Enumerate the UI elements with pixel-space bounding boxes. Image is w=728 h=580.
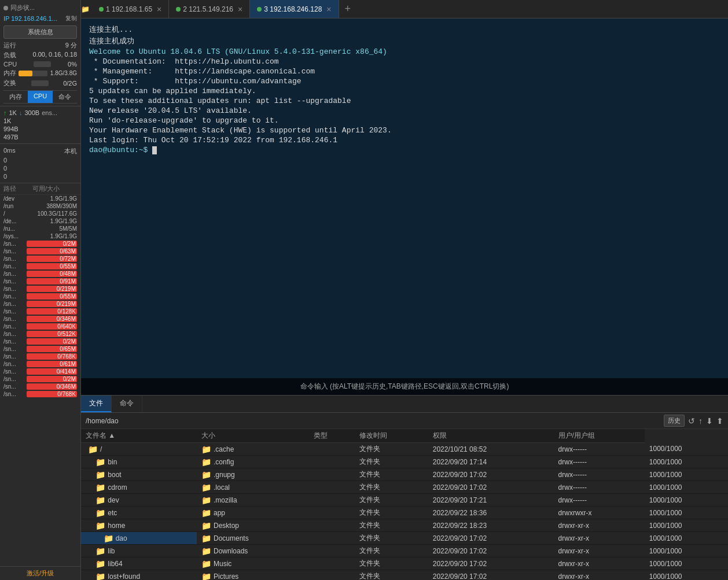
file-user-cell: 1000/1000	[645, 557, 728, 570]
disk-item[interactable]: /sn...0/346M	[0, 315, 80, 323]
download-button[interactable]: ⬇	[706, 416, 713, 426]
sync-label: 同步状...	[10, 3, 35, 12]
file-table: 文件名 ▲ 大小 类型 修改时间 权限 用户/用户组 📁/📁.cache文件夹2…	[81, 429, 728, 580]
sidebar-tab-cmd[interactable]: 命令	[53, 91, 77, 103]
disk-path: /dev	[3, 195, 27, 202]
disk-item[interactable]: /sn...0/55M	[0, 263, 80, 270]
sys-info-button[interactable]: 系统信息	[3, 25, 77, 39]
file-user-cell: 1000/1000	[645, 494, 728, 507]
col-filename[interactable]: 文件名 ▲	[81, 429, 197, 443]
terminal-line: 5 updates can be applied immediately.	[89, 87, 720, 95]
history-button[interactable]: 历史	[664, 415, 685, 427]
disk-item[interactable]: /sn...0/128K	[0, 308, 80, 315]
file-type-cell: 文件夹	[355, 481, 428, 494]
table-row[interactable]: 📁/📁.cache文件夹2022/10/21 08:52drwx------10…	[81, 443, 728, 456]
disk-item[interactable]: /sn...0/640K	[0, 323, 80, 330]
activate-button[interactable]: 激活/升级	[3, 569, 77, 578]
table-row[interactable]: 📁lib64📁Music文件夹2022/09/20 17:02drwxr-xr-…	[81, 557, 728, 570]
disk-item[interactable]: /sn...0/2M	[0, 240, 80, 247]
col-type[interactable]: 类型	[309, 429, 355, 443]
disk-avail: 5M/5M	[27, 226, 77, 232]
latency-val3: 0	[3, 173, 7, 180]
table-row[interactable]: 📁cdrom📁.local文件夹2022/09/20 17:02drwx----…	[81, 481, 728, 494]
tab-1[interactable]: 1 192.168.1.65 ×	[92, 0, 169, 18]
disk-path: /run	[3, 203, 27, 209]
disk-item[interactable]: /sn...0/91M	[0, 278, 80, 285]
sync-status: 同步状...	[3, 2, 77, 13]
latency-sublabel: 本机	[64, 147, 77, 156]
disk-item[interactable]: /sn...0/346M	[0, 383, 80, 390]
up-button[interactable]: ↑	[698, 416, 703, 426]
disk-item[interactable]: /sn...0/65M	[0, 345, 80, 353]
file-user-cell: 1000/1000	[645, 545, 728, 557]
file-size-cell	[309, 532, 355, 545]
col-perms[interactable]: 权限	[428, 429, 554, 443]
copy-button[interactable]: 复制	[65, 14, 77, 23]
disk-item[interactable]: /sn...0/55M	[0, 293, 80, 300]
tab-2-close[interactable]: ×	[238, 5, 242, 14]
disk-item[interactable]: /ru...5M/5M	[0, 225, 80, 232]
col-size[interactable]: 大小	[197, 429, 309, 443]
terminal-line: Run 'do-release-upgrade' to upgrade to i…	[89, 116, 720, 125]
disk-item[interactable]: /sn...0/768K	[0, 353, 80, 360]
table-row[interactable]: 📁bin📁.config文件夹2022/09/20 17:14drwx-----…	[81, 456, 728, 468]
upload-button[interactable]: ⬆	[716, 416, 723, 426]
disk-path: /sn...	[3, 293, 27, 300]
sidebar-tab-mem[interactable]: 内存	[3, 91, 28, 103]
file-modified-cell: 2022/09/20 17:21	[428, 494, 554, 507]
table-row[interactable]: 📁dev📁.mozilla文件夹2022/09/20 17:21drwx----…	[81, 494, 728, 507]
file-perms-cell: drwx------	[554, 468, 645, 481]
table-row[interactable]: 📁dao📁Documents文件夹2022/09/20 17:02drwxr-x…	[81, 532, 728, 545]
disk-item[interactable]: /sn...0/72M	[0, 255, 80, 263]
bottom-tab-files[interactable]: 文件	[81, 396, 112, 412]
disk-item[interactable]: /sys...1.9G/1.9G	[0, 232, 80, 240]
disk-item[interactable]: /sn...0/512K	[0, 330, 80, 338]
disk-item[interactable]: /dev1.9G/1.9G	[0, 195, 80, 202]
disk-path: /sn...	[3, 256, 27, 262]
disk-item[interactable]: /sn...0/414M	[0, 368, 80, 375]
tab-2[interactable]: 2 121.5.149.216 ×	[169, 0, 250, 18]
tab-3-close[interactable]: ×	[326, 5, 331, 14]
disk-item[interactable]: /sn...0/2M	[0, 375, 80, 383]
file-toolbar: /home/dao 历史 ↺ ↑ ⬇ ⬆	[81, 413, 728, 429]
file-type-cell: 文件夹	[355, 456, 428, 468]
disk-item[interactable]: /de...1.9G/1.9G	[0, 217, 80, 225]
disk-item[interactable]: /sn...0/61M	[0, 360, 80, 368]
table-row[interactable]: 📁lib📁Downloads文件夹2022/09/20 17:02drwxr-x…	[81, 545, 728, 557]
disk-item[interactable]: /sn...0/63M	[0, 247, 80, 255]
file-name-cell: 📁Music	[197, 557, 309, 570]
disk-item[interactable]: /100.3G/117.6G	[0, 210, 80, 217]
disk-avail: 0/219M	[27, 301, 77, 307]
file-actions: 历史 ↺ ↑ ⬇ ⬆	[664, 415, 723, 427]
disk-item[interactable]: /sn...0/219M	[0, 300, 80, 308]
tab-3[interactable]: 3 192.168.246.128 ×	[250, 0, 339, 18]
tree-cell: 📁dev	[81, 494, 197, 507]
table-row[interactable]: 📁boot📁.gnupg文件夹2022/09/20 17:02drwx-----…	[81, 468, 728, 481]
file-perms-cell: drwxr-xr-x	[554, 570, 645, 581]
load-label: 负载	[3, 51, 16, 60]
col-user[interactable]: 用户/用户组	[554, 429, 645, 443]
table-row[interactable]: 📁lost+found📁Pictures文件夹2022/09/20 17:02d…	[81, 570, 728, 581]
tab-2-label: 2 121.5.149.216	[183, 5, 233, 13]
terminal[interactable]: 连接主机...连接主机成功Welcome to Ubuntu 18.04.6 L…	[81, 19, 728, 395]
file-user-cell: 1000/1000	[645, 468, 728, 481]
disk-item[interactable]: /sn...0/2M	[0, 338, 80, 345]
file-perms-cell: drwxr-xr-x	[554, 532, 645, 545]
tab-add-button[interactable]: +	[339, 3, 357, 15]
disk-item[interactable]: /sn...0/768K	[0, 390, 80, 398]
file-name-cell: 📁Documents	[197, 532, 309, 545]
disk-avail: 0/768K	[27, 353, 77, 360]
sidebar-tab-cpu[interactable]: CPU	[28, 91, 52, 103]
col-modified[interactable]: 修改时间	[355, 429, 428, 443]
disk-item[interactable]: /run388M/390M	[0, 202, 80, 210]
sync-dot	[3, 6, 8, 10]
table-row[interactable]: 📁etc📁app文件夹2022/09/22 18:36drwxrwxr-x100…	[81, 507, 728, 519]
tab-1-close[interactable]: ×	[157, 5, 161, 14]
refresh-button[interactable]: ↺	[688, 416, 695, 426]
disk-item[interactable]: /sn...0/48M	[0, 270, 80, 278]
bottom-tab-bar: 文件 命令	[81, 396, 728, 413]
file-type-cell: 文件夹	[355, 507, 428, 519]
disk-item[interactable]: /sn...0/219M	[0, 285, 80, 293]
table-row[interactable]: 📁home📁Desktop文件夹2022/09/22 18:23drwxr-xr…	[81, 519, 728, 532]
bottom-tab-cmd[interactable]: 命令	[112, 396, 142, 412]
